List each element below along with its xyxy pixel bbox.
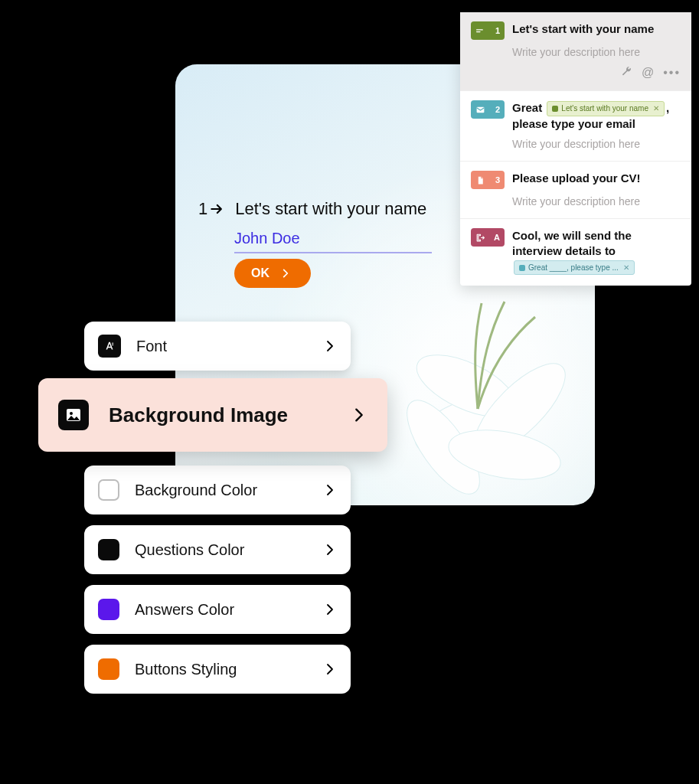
chevron-right-icon xyxy=(323,543,337,557)
svg-point-4 xyxy=(445,423,564,488)
answers-color-swatch xyxy=(98,599,119,620)
svg-point-0 xyxy=(407,381,540,468)
question-description-placeholder[interactable]: Write your description here xyxy=(512,138,681,150)
svg-point-3 xyxy=(394,390,492,505)
setting-background-image[interactable]: Background Image xyxy=(38,378,387,452)
setting-label: Font xyxy=(136,338,167,355)
question-title[interactable]: Let's start with your name xyxy=(512,21,681,37)
svg-point-7 xyxy=(70,412,73,415)
background-flower-image xyxy=(359,294,604,508)
questions-panel: 1 Let's start with your name Write your … xyxy=(460,12,691,286)
short-text-badge: 1 xyxy=(471,21,505,40)
question-item-3[interactable]: 3 Please upload your CV! Write your desc… xyxy=(460,162,691,219)
question-number-text: 1 xyxy=(198,199,207,219)
svg-point-1 xyxy=(408,342,524,430)
recall-chip-text: Great ____, please type ... xyxy=(528,263,619,273)
setting-label: Background Image xyxy=(109,403,288,427)
chevron-right-icon xyxy=(351,407,367,423)
badge-number: 2 xyxy=(495,105,500,114)
setting-font[interactable]: Font xyxy=(84,322,351,371)
question-description-placeholder[interactable]: Write your description here xyxy=(512,46,681,58)
question-text: Let's start with your name xyxy=(235,199,426,219)
svg-point-2 xyxy=(462,351,579,468)
setting-label: Background Color xyxy=(135,482,257,499)
question-title[interactable]: Cool, we will send the interview details… xyxy=(512,228,681,275)
design-settings-list: Font Background Image Background Color Q… xyxy=(84,322,351,694)
question-title-prefix: Great xyxy=(512,101,542,114)
recall-chip-text: Let's start with your name xyxy=(561,103,648,114)
image-icon xyxy=(58,400,89,430)
chevron-right-icon xyxy=(323,483,337,497)
chevron-right-icon xyxy=(323,339,337,353)
question-title[interactable]: Great Let's start with your name ✕ , ple… xyxy=(512,100,681,132)
file-upload-badge: 3 xyxy=(471,171,505,189)
question-item-2[interactable]: 2 Great Let's start with your name ✕ , p… xyxy=(460,91,691,162)
question-item-1[interactable]: 1 Let's start with your name Write your … xyxy=(460,12,691,91)
badge-number: A xyxy=(494,233,500,242)
question-row: 1 Let's start with your name xyxy=(198,199,426,219)
ending-badge: A xyxy=(471,228,505,247)
email-badge: 2 xyxy=(471,100,505,119)
setting-background-color[interactable]: Background Color xyxy=(84,466,351,514)
setting-questions-color[interactable]: Questions Color xyxy=(84,525,351,574)
question-description-placeholder[interactable]: Write your description here xyxy=(512,195,681,207)
questions-color-swatch xyxy=(98,539,119,560)
ok-button[interactable]: OK xyxy=(234,259,311,288)
question-number: 1 xyxy=(198,199,224,219)
question-item-4[interactable]: A Cool, we will send the interview detai… xyxy=(460,219,691,286)
chevron-right-icon xyxy=(323,603,337,616)
wrench-icon[interactable] xyxy=(620,66,632,78)
exit-icon xyxy=(475,233,485,243)
font-icon xyxy=(98,335,121,358)
remove-chip-icon[interactable]: ✕ xyxy=(623,263,629,273)
question-title-prefix: Cool, we will send the interview details… xyxy=(512,229,632,257)
setting-label: Buttons Styling xyxy=(135,661,237,678)
mention-icon[interactable]: @ xyxy=(642,66,654,80)
question-title[interactable]: Please upload your CV! xyxy=(512,171,681,186)
remove-chip-icon[interactable]: ✕ xyxy=(653,103,659,114)
chevron-right-icon xyxy=(323,662,337,676)
setting-label: Questions Color xyxy=(135,541,244,559)
setting-answers-color[interactable]: Answers Color xyxy=(84,585,351,634)
badge-number: 3 xyxy=(495,175,500,185)
setting-label: Answers Color xyxy=(135,601,234,619)
answer-input[interactable] xyxy=(234,228,432,253)
arrow-right-icon xyxy=(209,201,224,217)
background-color-swatch xyxy=(98,479,119,501)
recall-chip[interactable]: Great ____, please type ... ✕ xyxy=(514,260,635,276)
more-icon[interactable]: ••• xyxy=(663,66,681,80)
chevron-right-icon xyxy=(280,268,291,279)
short-text-icon xyxy=(552,106,558,112)
short-text-icon xyxy=(475,26,485,36)
badge-number: 1 xyxy=(495,26,500,35)
mail-icon xyxy=(475,105,485,115)
recall-chip[interactable]: Let's start with your name ✕ xyxy=(547,101,665,116)
ok-button-label: OK xyxy=(251,266,269,280)
mail-icon xyxy=(519,265,525,271)
file-icon xyxy=(475,175,485,185)
setting-buttons-styling[interactable]: Buttons Styling xyxy=(84,645,351,694)
buttons-color-swatch xyxy=(98,658,119,680)
